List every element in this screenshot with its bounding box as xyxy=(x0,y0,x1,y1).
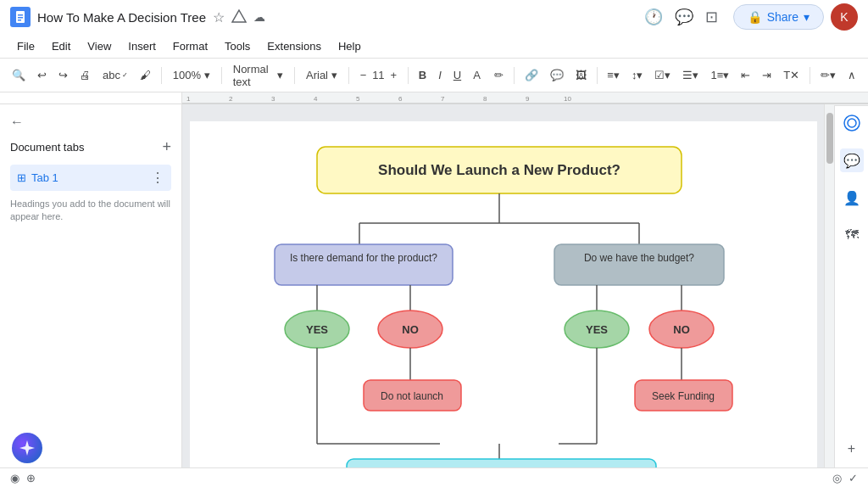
menu-edit[interactable]: Edit xyxy=(45,38,77,54)
bottom-ext-icon-3[interactable]: ✓ xyxy=(849,472,858,484)
redo-button[interactable]: ↪ xyxy=(53,65,73,85)
search-button[interactable]: 🔍 xyxy=(7,65,31,85)
tab-item[interactable]: ⊞ Tab 1 ⋮ xyxy=(10,165,171,191)
cloud-icon: ☁ xyxy=(253,10,265,24)
checklist-button[interactable]: ☑▾ xyxy=(649,65,676,85)
share-chevron: ▾ xyxy=(804,10,810,24)
panel-add-icon[interactable]: + xyxy=(840,437,864,461)
sidebar-add-button[interactable]: + xyxy=(162,138,171,156)
svg-text:8: 8 xyxy=(483,95,487,103)
pen-button[interactable]: ✏▾ xyxy=(815,65,841,85)
svg-point-56 xyxy=(844,115,860,131)
bottom-bar: ◉ ⊕ ◎ ✓ xyxy=(0,467,868,487)
link-button[interactable]: 🔗 xyxy=(520,65,543,85)
top-bar: How To Make A Decision Tree ☆ ☁ 🕐 💬 ⊡ 🔒 … xyxy=(0,0,868,92)
title-bar: How To Make A Decision Tree ☆ ☁ 🕐 💬 ⊡ 🔒 … xyxy=(0,0,868,34)
svg-point-57 xyxy=(848,119,856,127)
panel-chat-icon[interactable]: 💬 xyxy=(840,148,864,172)
svg-text:1: 1 xyxy=(186,95,191,103)
yes-right: YES xyxy=(585,323,607,336)
demand-question: Is there demand for the product? xyxy=(289,252,437,264)
indent-dec-button[interactable]: ⇤ xyxy=(736,65,755,85)
ai-orb-button[interactable] xyxy=(12,433,42,463)
toolbar-divider-8 xyxy=(810,67,810,84)
style-select[interactable]: Normal text▾ xyxy=(227,59,289,92)
svg-text:5: 5 xyxy=(356,95,360,103)
undo-button[interactable]: ↩ xyxy=(32,65,52,85)
clear-format-button[interactable]: T✕ xyxy=(778,65,804,85)
lock-icon: 🔒 xyxy=(748,10,762,24)
highlight-button[interactable]: ✏ xyxy=(489,65,509,85)
svg-rect-2 xyxy=(18,17,23,19)
top-right-icons: 🕐 💬 ⊡ xyxy=(644,8,718,26)
tab-more-icon[interactable]: ⋮ xyxy=(151,170,164,186)
no-left: NO xyxy=(402,323,419,336)
sidebar-hint: Headings you add to the document will ap… xyxy=(10,198,171,224)
yes-left: YES xyxy=(305,323,327,336)
menu-insert[interactable]: Insert xyxy=(121,38,163,54)
ruler-spacer xyxy=(0,92,182,104)
bottom-page-icon: ◉ xyxy=(10,472,19,484)
do-not-launch-left: Do not launch xyxy=(380,390,442,402)
spell-check-button[interactable]: abc✓ xyxy=(97,65,133,85)
underline-button[interactable]: U xyxy=(448,65,466,85)
comment-icon[interactable]: 💬 xyxy=(675,8,693,26)
svg-text:10: 10 xyxy=(564,95,571,103)
star-icon[interactable]: ☆ xyxy=(213,9,225,25)
paint-format-button[interactable]: 🖌 xyxy=(135,65,156,85)
share-button[interactable]: 🔒 Share ▾ xyxy=(733,4,824,30)
menu-bar: File Edit View Insert Format Tools Exten… xyxy=(0,34,868,58)
sidebar: ← Document tabs + ⊞ Tab 1 ⋮ Headings you… xyxy=(0,104,182,467)
ruler-row: 1 2 3 4 5 6 7 8 9 10 xyxy=(0,92,868,104)
comment-inline-button[interactable]: 💬 xyxy=(545,65,569,85)
user-avatar[interactable]: K xyxy=(831,3,858,31)
toolbar-divider-1 xyxy=(161,67,162,84)
text-color-button[interactable]: A xyxy=(468,65,487,85)
svg-text:2: 2 xyxy=(229,95,233,103)
menu-help[interactable]: Help xyxy=(331,38,368,54)
bullet-list-button[interactable]: ☰▾ xyxy=(677,65,704,85)
vertical-scrollbar[interactable] xyxy=(824,104,834,467)
number-list-button[interactable]: 1≡▾ xyxy=(705,65,734,85)
menu-tools[interactable]: Tools xyxy=(218,38,257,54)
menu-extensions[interactable]: Extensions xyxy=(260,38,328,54)
bottom-ext-icon-2[interactable]: ◎ xyxy=(832,472,842,484)
linespace-button[interactable]: ↕▾ xyxy=(626,65,648,85)
share-label: Share xyxy=(767,10,798,24)
collapse-toolbar-button[interactable]: ∧ xyxy=(843,65,861,85)
menu-file[interactable]: File xyxy=(10,38,42,54)
svg-rect-3 xyxy=(18,20,21,21)
svg-text:4: 4 xyxy=(314,95,318,103)
decision-tree-diagram: Should We Launch a New Product? Is there… xyxy=(207,138,800,467)
bold-button[interactable]: B xyxy=(414,65,431,85)
document-canvas[interactable]: Should We Launch a New Product? Is there… xyxy=(182,104,824,467)
sidebar-title: Document tabs xyxy=(10,141,84,154)
doc-title: How To Make A Decision Tree xyxy=(37,10,206,25)
main-area: ← Document tabs + ⊞ Tab 1 ⋮ Headings you… xyxy=(0,104,868,467)
panel-map-icon[interactable]: 🗺 xyxy=(840,223,864,247)
panel-people-icon[interactable]: 👤 xyxy=(840,186,864,210)
indent-inc-button[interactable]: ⇥ xyxy=(757,65,776,85)
title-text: Should We Launch a New Product? xyxy=(378,162,620,178)
font-select[interactable]: Arial▾ xyxy=(300,65,343,85)
bottom-ext-icon-1: ⊕ xyxy=(26,472,36,484)
docs-logo xyxy=(10,7,31,27)
panel-gemini-icon[interactable] xyxy=(840,111,864,135)
budget-question: Do we have the budget? xyxy=(583,252,693,264)
toolbar-divider-2 xyxy=(221,67,222,84)
menu-format[interactable]: Format xyxy=(166,38,214,54)
zoom-select[interactable]: 100%▾ xyxy=(167,65,216,85)
align-button[interactable]: ≡▾ xyxy=(602,65,625,85)
sidebar-back[interactable]: ← xyxy=(10,115,171,130)
print-button[interactable]: 🖨 xyxy=(75,65,96,85)
font-size-select[interactable]: − 11 + xyxy=(354,65,403,85)
present-icon[interactable]: ⊡ xyxy=(705,8,718,26)
menu-view[interactable]: View xyxy=(81,38,118,54)
history-icon[interactable]: 🕐 xyxy=(644,8,663,26)
image-button[interactable]: 🖼 xyxy=(570,65,592,85)
document-page: Should We Launch a New Product? Is there… xyxy=(190,121,817,467)
drive-icon[interactable] xyxy=(231,9,247,25)
toolbar: 🔍 ↩ ↪ 🖨 abc✓ 🖌 100%▾ Normal text▾ Arial▾… xyxy=(0,58,868,92)
no-right: NO xyxy=(673,323,690,336)
italic-button[interactable]: I xyxy=(433,65,447,85)
